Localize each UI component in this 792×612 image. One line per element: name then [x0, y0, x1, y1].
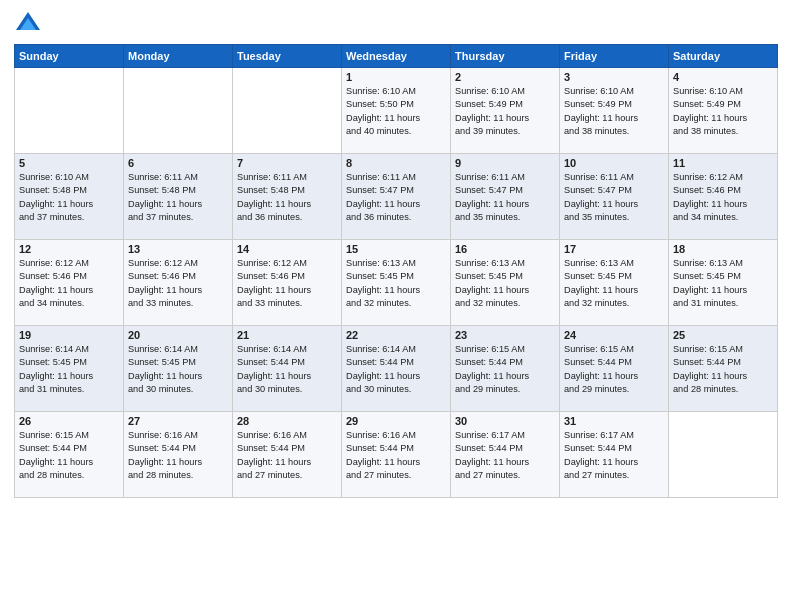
day-info: Sunrise: 6:13 AMSunset: 5:45 PMDaylight:…	[673, 257, 773, 310]
day-number: 9	[455, 157, 555, 169]
calendar-day-5: 5Sunrise: 6:10 AMSunset: 5:48 PMDaylight…	[15, 154, 124, 240]
calendar-day-30: 30Sunrise: 6:17 AMSunset: 5:44 PMDayligh…	[451, 412, 560, 498]
calendar-day-22: 22Sunrise: 6:14 AMSunset: 5:44 PMDayligh…	[342, 326, 451, 412]
calendar-header-monday: Monday	[124, 45, 233, 68]
calendar-week-1: 5Sunrise: 6:10 AMSunset: 5:48 PMDaylight…	[15, 154, 778, 240]
day-info: Sunrise: 6:16 AMSunset: 5:44 PMDaylight:…	[346, 429, 446, 482]
day-info: Sunrise: 6:11 AMSunset: 5:47 PMDaylight:…	[455, 171, 555, 224]
calendar-day-18: 18Sunrise: 6:13 AMSunset: 5:45 PMDayligh…	[669, 240, 778, 326]
day-number: 17	[564, 243, 664, 255]
calendar-day-9: 9Sunrise: 6:11 AMSunset: 5:47 PMDaylight…	[451, 154, 560, 240]
day-number: 16	[455, 243, 555, 255]
day-info: Sunrise: 6:12 AMSunset: 5:46 PMDaylight:…	[128, 257, 228, 310]
day-info: Sunrise: 6:13 AMSunset: 5:45 PMDaylight:…	[455, 257, 555, 310]
day-info: Sunrise: 6:11 AMSunset: 5:48 PMDaylight:…	[128, 171, 228, 224]
calendar-day-7: 7Sunrise: 6:11 AMSunset: 5:48 PMDaylight…	[233, 154, 342, 240]
day-info: Sunrise: 6:15 AMSunset: 5:44 PMDaylight:…	[673, 343, 773, 396]
day-number: 4	[673, 71, 773, 83]
calendar-day-17: 17Sunrise: 6:13 AMSunset: 5:45 PMDayligh…	[560, 240, 669, 326]
day-number: 3	[564, 71, 664, 83]
calendar-day-3: 3Sunrise: 6:10 AMSunset: 5:49 PMDaylight…	[560, 68, 669, 154]
calendar-header-friday: Friday	[560, 45, 669, 68]
calendar-day-21: 21Sunrise: 6:14 AMSunset: 5:44 PMDayligh…	[233, 326, 342, 412]
day-info: Sunrise: 6:16 AMSunset: 5:44 PMDaylight:…	[237, 429, 337, 482]
day-info: Sunrise: 6:11 AMSunset: 5:47 PMDaylight:…	[564, 171, 664, 224]
day-info: Sunrise: 6:15 AMSunset: 5:44 PMDaylight:…	[19, 429, 119, 482]
day-number: 23	[455, 329, 555, 341]
calendar-day-1: 1Sunrise: 6:10 AMSunset: 5:50 PMDaylight…	[342, 68, 451, 154]
calendar-header-saturday: Saturday	[669, 45, 778, 68]
calendar-day-28: 28Sunrise: 6:16 AMSunset: 5:44 PMDayligh…	[233, 412, 342, 498]
day-info: Sunrise: 6:13 AMSunset: 5:45 PMDaylight:…	[564, 257, 664, 310]
day-number: 31	[564, 415, 664, 427]
day-number: 13	[128, 243, 228, 255]
calendar-day-23: 23Sunrise: 6:15 AMSunset: 5:44 PMDayligh…	[451, 326, 560, 412]
calendar-week-0: 1Sunrise: 6:10 AMSunset: 5:50 PMDaylight…	[15, 68, 778, 154]
calendar: SundayMondayTuesdayWednesdayThursdayFrid…	[14, 44, 778, 498]
day-info: Sunrise: 6:11 AMSunset: 5:47 PMDaylight:…	[346, 171, 446, 224]
day-number: 12	[19, 243, 119, 255]
calendar-day-31: 31Sunrise: 6:17 AMSunset: 5:44 PMDayligh…	[560, 412, 669, 498]
calendar-week-2: 12Sunrise: 6:12 AMSunset: 5:46 PMDayligh…	[15, 240, 778, 326]
day-info: Sunrise: 6:14 AMSunset: 5:45 PMDaylight:…	[19, 343, 119, 396]
day-number: 18	[673, 243, 773, 255]
day-number: 26	[19, 415, 119, 427]
day-info: Sunrise: 6:16 AMSunset: 5:44 PMDaylight:…	[128, 429, 228, 482]
day-number: 1	[346, 71, 446, 83]
day-info: Sunrise: 6:13 AMSunset: 5:45 PMDaylight:…	[346, 257, 446, 310]
calendar-day-10: 10Sunrise: 6:11 AMSunset: 5:47 PMDayligh…	[560, 154, 669, 240]
day-info: Sunrise: 6:10 AMSunset: 5:48 PMDaylight:…	[19, 171, 119, 224]
calendar-day-15: 15Sunrise: 6:13 AMSunset: 5:45 PMDayligh…	[342, 240, 451, 326]
day-number: 8	[346, 157, 446, 169]
day-info: Sunrise: 6:11 AMSunset: 5:48 PMDaylight:…	[237, 171, 337, 224]
day-number: 21	[237, 329, 337, 341]
calendar-day-6: 6Sunrise: 6:11 AMSunset: 5:48 PMDaylight…	[124, 154, 233, 240]
calendar-header-sunday: Sunday	[15, 45, 124, 68]
day-number: 30	[455, 415, 555, 427]
calendar-header-tuesday: Tuesday	[233, 45, 342, 68]
calendar-day-19: 19Sunrise: 6:14 AMSunset: 5:45 PMDayligh…	[15, 326, 124, 412]
calendar-week-4: 26Sunrise: 6:15 AMSunset: 5:44 PMDayligh…	[15, 412, 778, 498]
day-number: 25	[673, 329, 773, 341]
calendar-day-11: 11Sunrise: 6:12 AMSunset: 5:46 PMDayligh…	[669, 154, 778, 240]
calendar-day-empty	[124, 68, 233, 154]
page: SundayMondayTuesdayWednesdayThursdayFrid…	[0, 0, 792, 612]
calendar-header-row: SundayMondayTuesdayWednesdayThursdayFrid…	[15, 45, 778, 68]
day-number: 7	[237, 157, 337, 169]
calendar-day-12: 12Sunrise: 6:12 AMSunset: 5:46 PMDayligh…	[15, 240, 124, 326]
day-number: 22	[346, 329, 446, 341]
day-number: 6	[128, 157, 228, 169]
calendar-day-2: 2Sunrise: 6:10 AMSunset: 5:49 PMDaylight…	[451, 68, 560, 154]
day-info: Sunrise: 6:15 AMSunset: 5:44 PMDaylight:…	[455, 343, 555, 396]
day-number: 10	[564, 157, 664, 169]
day-info: Sunrise: 6:10 AMSunset: 5:49 PMDaylight:…	[455, 85, 555, 138]
day-info: Sunrise: 6:12 AMSunset: 5:46 PMDaylight:…	[19, 257, 119, 310]
calendar-header-thursday: Thursday	[451, 45, 560, 68]
day-number: 14	[237, 243, 337, 255]
day-number: 15	[346, 243, 446, 255]
calendar-day-13: 13Sunrise: 6:12 AMSunset: 5:46 PMDayligh…	[124, 240, 233, 326]
calendar-day-16: 16Sunrise: 6:13 AMSunset: 5:45 PMDayligh…	[451, 240, 560, 326]
calendar-header-wednesday: Wednesday	[342, 45, 451, 68]
day-info: Sunrise: 6:12 AMSunset: 5:46 PMDaylight:…	[237, 257, 337, 310]
logo	[14, 10, 46, 38]
calendar-day-24: 24Sunrise: 6:15 AMSunset: 5:44 PMDayligh…	[560, 326, 669, 412]
day-info: Sunrise: 6:10 AMSunset: 5:50 PMDaylight:…	[346, 85, 446, 138]
day-info: Sunrise: 6:10 AMSunset: 5:49 PMDaylight:…	[673, 85, 773, 138]
day-info: Sunrise: 6:10 AMSunset: 5:49 PMDaylight:…	[564, 85, 664, 138]
logo-icon	[14, 10, 42, 38]
day-number: 20	[128, 329, 228, 341]
day-number: 2	[455, 71, 555, 83]
calendar-week-3: 19Sunrise: 6:14 AMSunset: 5:45 PMDayligh…	[15, 326, 778, 412]
calendar-day-25: 25Sunrise: 6:15 AMSunset: 5:44 PMDayligh…	[669, 326, 778, 412]
header	[14, 10, 778, 38]
day-info: Sunrise: 6:17 AMSunset: 5:44 PMDaylight:…	[564, 429, 664, 482]
calendar-day-8: 8Sunrise: 6:11 AMSunset: 5:47 PMDaylight…	[342, 154, 451, 240]
day-info: Sunrise: 6:15 AMSunset: 5:44 PMDaylight:…	[564, 343, 664, 396]
day-number: 5	[19, 157, 119, 169]
calendar-day-14: 14Sunrise: 6:12 AMSunset: 5:46 PMDayligh…	[233, 240, 342, 326]
day-number: 28	[237, 415, 337, 427]
day-info: Sunrise: 6:14 AMSunset: 5:45 PMDaylight:…	[128, 343, 228, 396]
day-number: 11	[673, 157, 773, 169]
day-info: Sunrise: 6:14 AMSunset: 5:44 PMDaylight:…	[237, 343, 337, 396]
